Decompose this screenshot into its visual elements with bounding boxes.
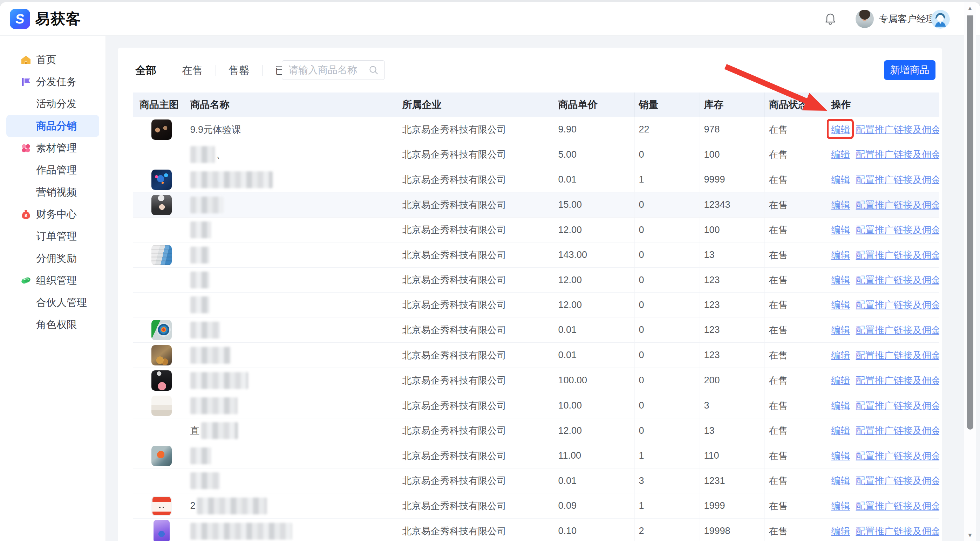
config-promo-link[interactable]: 配置推广链接及佣金 — [856, 425, 940, 436]
sidebar-item-3[interactable]: 商品分销 — [6, 115, 99, 137]
sales-cell: 0 — [635, 243, 700, 268]
config-promo-link[interactable]: 配置推广链接及佣金 — [856, 300, 940, 310]
edit-link[interactable]: 编辑 — [831, 451, 850, 461]
edit-link[interactable]: 编辑 — [831, 275, 850, 285]
add-product-button[interactable]: 新增商品 — [884, 60, 935, 80]
config-promo-link[interactable]: 配置推广链接及佣金 — [856, 250, 940, 260]
config-promo-link[interactable]: 配置推广链接及佣金 — [856, 175, 940, 185]
company-cell: 北京易企秀科技有限公司 — [398, 317, 554, 343]
edit-link[interactable]: 编辑 — [831, 425, 850, 436]
edit-link[interactable]: 编辑 — [831, 149, 850, 160]
purple-poster-image — [154, 520, 170, 541]
edit-link[interactable]: 编辑 — [831, 175, 850, 185]
notification-bell-icon[interactable] — [824, 12, 837, 25]
tab-1[interactable]: 在售 — [181, 63, 204, 78]
status-cell: 在售 — [764, 317, 827, 343]
config-promo-link[interactable]: 配置推广链接及佣金 — [856, 375, 940, 386]
config-promo-link[interactable]: 配置推广链接及佣金 — [856, 400, 940, 411]
sidebar-item-5[interactable]: 作品管理 — [0, 159, 105, 181]
sidebar-item-label: 分发任务 — [36, 75, 77, 89]
edit-link[interactable]: 编辑 — [831, 124, 850, 135]
status-cell: 在售 — [764, 493, 827, 519]
sidebar-item-2[interactable]: 活动分发 — [0, 93, 105, 115]
pink-armchair-image — [151, 370, 172, 391]
user-avatar[interactable] — [931, 10, 950, 29]
config-promo-link[interactable]: 配置推广链接及佣金 — [856, 225, 940, 235]
table-row: 北京易企秀科技有限公司12.000123在售编辑配置推广链接及佣金 — [133, 268, 939, 293]
table-row: 北京易企秀科技有限公司0.0119999在售编辑配置推广链接及佣金 — [133, 167, 939, 192]
status-cell: 在售 — [764, 192, 827, 217]
config-promo-link[interactable]: 配置推广链接及佣金 — [856, 476, 940, 486]
sidebar-item-1[interactable]: 分发任务 — [0, 71, 105, 93]
sales-cell: 0 — [635, 418, 700, 443]
scrollbar-up-arrow[interactable]: ▲ — [964, 5, 976, 12]
price-cell: 0.09 — [554, 493, 635, 519]
status-cell: 在售 — [764, 293, 827, 317]
edit-link[interactable]: 编辑 — [831, 225, 850, 235]
sidebar-item-6[interactable]: 营销视频 — [0, 181, 105, 203]
sidebar-item-label: 角色权限 — [36, 318, 77, 332]
edit-link[interactable]: 编辑 — [831, 501, 850, 511]
actions-cell: 编辑配置推广链接及佣金 — [827, 443, 939, 468]
sidebar-item-label: 订单管理 — [36, 230, 77, 244]
content-area: 全部在售售罄已下架 新增商品 商品主图商品名称所属企业商品单价销量库存商品状态操… — [106, 36, 980, 541]
config-promo-link[interactable]: 配置推广链接及佣金 — [856, 501, 940, 511]
edit-link[interactable]: 编辑 — [831, 300, 850, 310]
status-cell: 在售 — [764, 393, 827, 418]
sidebar-item-4[interactable]: 素材管理 — [0, 137, 105, 159]
handshake-icon — [20, 275, 32, 286]
sidebar-item-9[interactable]: 分佣奖励 — [0, 247, 105, 270]
search-input[interactable] — [288, 65, 368, 76]
config-promo-link[interactable]: 配置推广链接及佣金 — [856, 275, 940, 285]
scrollbar-down-arrow[interactable]: ▼ — [964, 532, 976, 539]
config-promo-link[interactable]: 配置推广链接及佣金 — [856, 350, 940, 360]
price-cell: 10.00 — [554, 393, 635, 418]
product-image-cell — [133, 167, 186, 192]
sidebar-item-0[interactable]: 首页 — [0, 49, 105, 71]
search-box — [282, 60, 385, 80]
config-promo-link[interactable]: 配置推广链接及佣金 — [856, 124, 940, 135]
product-name-prefix: 2 — [190, 500, 196, 511]
tab-0[interactable]: 全部 — [135, 63, 157, 78]
product-name: 9.9元体验课 — [190, 123, 242, 136]
scrollbar-thumb[interactable] — [967, 16, 973, 430]
config-promo-link[interactable]: 配置推广链接及佣金 — [856, 149, 940, 160]
product-image-cell — [133, 519, 186, 541]
price-cell: 12.00 — [554, 418, 635, 443]
product-name-cell — [186, 368, 398, 393]
sidebar-item-11[interactable]: 合伙人管理 — [0, 292, 105, 314]
sidebar-item-7[interactable]: ¥财务中心 — [0, 203, 105, 225]
config-promo-link[interactable]: 配置推广链接及佣金 — [856, 325, 940, 335]
stock-cell: 13 — [700, 418, 764, 443]
manager-avatar[interactable] — [856, 10, 874, 28]
tab-2[interactable]: 售罄 — [228, 63, 250, 78]
product-name-cell — [186, 519, 398, 541]
edit-link[interactable]: 编辑 — [831, 400, 850, 411]
sidebar-item-10[interactable]: 组织管理 — [0, 270, 105, 292]
product-name-cell — [186, 243, 398, 268]
config-promo-link[interactable]: 配置推广链接及佣金 — [856, 526, 940, 536]
status-cell: 在售 — [764, 217, 827, 243]
sidebar-item-12[interactable]: 角色权限 — [0, 314, 105, 336]
sidebar-item-8[interactable]: 订单管理 — [0, 225, 105, 247]
tab-divider — [216, 65, 216, 76]
product-name-cell — [186, 317, 398, 343]
window-scrollbar: ▲ ▼ — [964, 2, 976, 541]
blurred-product-name — [190, 171, 273, 188]
blurred-product-name — [190, 221, 212, 238]
config-promo-link[interactable]: 配置推广链接及佣金 — [856, 451, 940, 461]
edit-link[interactable]: 编辑 — [831, 375, 850, 386]
table-row: 北京易企秀科技有限公司12.000123在售编辑配置推广链接及佣金 — [133, 293, 939, 317]
table-row: 北京易企秀科技有限公司15.00012343在售编辑配置推广链接及佣金 — [133, 192, 939, 217]
config-promo-link[interactable]: 配置推广链接及佣金 — [856, 200, 940, 210]
blurred-product-name — [190, 347, 231, 364]
table-row: 北京易企秀科技有限公司0.10219998在售编辑配置推广链接及佣金 — [133, 519, 939, 541]
edit-link[interactable]: 编辑 — [831, 325, 850, 335]
edit-link[interactable]: 编辑 — [831, 200, 850, 210]
edit-link[interactable]: 编辑 — [831, 476, 850, 486]
edit-link[interactable]: 编辑 — [831, 526, 850, 536]
edit-link[interactable]: 编辑 — [831, 250, 850, 260]
edit-link[interactable]: 编辑 — [831, 350, 850, 360]
sales-cell: 0 — [635, 217, 700, 243]
stock-cell: 978 — [700, 117, 764, 142]
